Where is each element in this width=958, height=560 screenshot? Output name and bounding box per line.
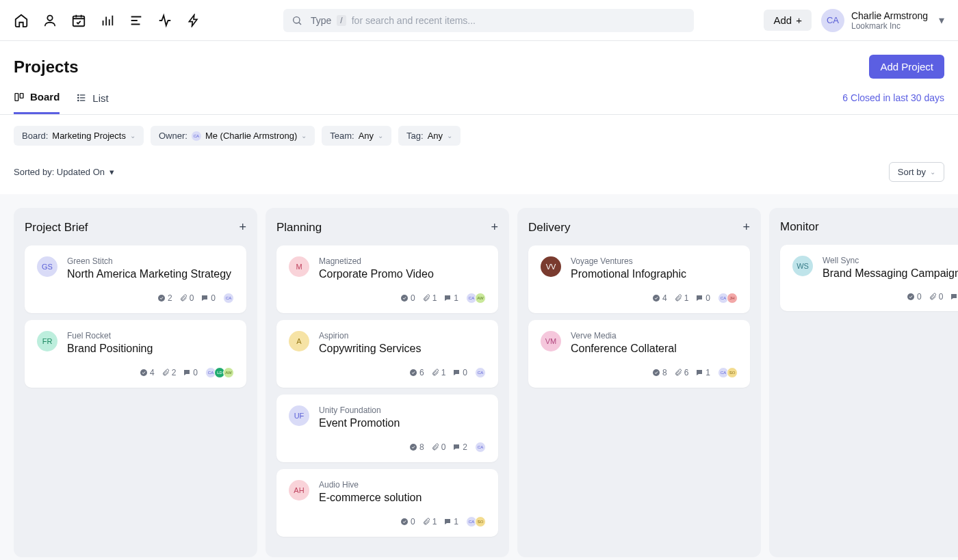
add-card-button[interactable]: + <box>239 220 246 235</box>
svg-rect-3 <box>15 93 18 101</box>
client-name: Voyage Ventures <box>571 256 686 266</box>
list-icon <box>76 92 87 103</box>
sorted-by-label[interactable]: Sorted by: Updated On ▾ <box>14 167 114 177</box>
assignee-group: CA <box>477 442 486 453</box>
project-title: Corporate Promo Video <box>319 268 434 280</box>
project-avatar: WS <box>792 256 813 276</box>
project-card[interactable]: AHAudio HiveE-commerce solution 0 1 1CAS… <box>276 469 498 537</box>
project-title: Conference Collateral <box>571 343 677 355</box>
add-button[interactable]: Add + <box>764 10 811 31</box>
activity-icon[interactable] <box>157 13 172 28</box>
project-card[interactable]: MMagnetizedCorporate Promo Video 0 1 1CA… <box>276 245 498 313</box>
calendar-check-icon[interactable] <box>71 13 86 28</box>
owner-avatar-icon: CA <box>192 131 201 141</box>
stat-files: 0 <box>179 293 194 303</box>
assignee-avatar: SO <box>475 516 486 527</box>
chevron-down-icon: ▾ <box>939 14 944 27</box>
add-project-button[interactable]: Add Project <box>869 55 944 79</box>
project-avatar: FR <box>37 331 57 351</box>
board-column: Delivery+VVVoyage VenturesPromotional In… <box>517 208 761 557</box>
add-button-label: Add <box>773 14 792 26</box>
svg-point-15 <box>653 369 660 376</box>
lines-icon[interactable] <box>129 13 144 28</box>
stat-comments: 0 <box>452 368 467 377</box>
project-card[interactable]: GSGreen StitchNorth America Marketing St… <box>25 245 246 313</box>
svg-point-6 <box>78 97 79 98</box>
filter-team[interactable]: Team: Any ⌄ <box>322 126 391 146</box>
stat-comments: 1 <box>443 517 458 526</box>
client-name: Verve Media <box>571 331 677 341</box>
card-footer: 4 1 0CAJH <box>541 293 738 304</box>
project-avatar: A <box>289 331 309 351</box>
svg-point-9 <box>140 369 147 376</box>
bolt-icon[interactable] <box>186 13 201 28</box>
stat-comments: 0 <box>695 293 710 303</box>
client-name: Fuel Rocket <box>67 331 153 341</box>
home-icon[interactable] <box>14 13 29 28</box>
project-card[interactable]: VMVerve MediaConference Collateral 8 6 1… <box>528 320 750 388</box>
search-bar[interactable]: Type / for search and recent items... <box>283 9 694 32</box>
svg-point-16 <box>907 293 914 300</box>
top-nav: Type / for search and recent items... Ad… <box>0 0 958 41</box>
assignee-group: CASO <box>720 367 738 378</box>
assignee-avatar: CA <box>223 293 234 304</box>
tab-board[interactable]: Board <box>14 91 60 114</box>
filter-board[interactable]: Board: Marketing Projects ⌄ <box>14 126 144 146</box>
chevron-down-icon: ⌄ <box>378 132 383 139</box>
project-avatar: VV <box>541 256 561 277</box>
svg-point-11 <box>410 369 417 376</box>
client-name: Unity Foundation <box>319 405 400 415</box>
nav-icon-group <box>14 13 201 28</box>
filter-owner[interactable]: Owner: CA Me (Charlie Armstrong) ⌄ <box>151 126 315 146</box>
svg-point-5 <box>78 94 79 95</box>
project-avatar: AH <box>289 480 309 501</box>
stat-tasks: 8 <box>652 368 667 377</box>
column-header: Delivery+ <box>528 220 750 235</box>
board-column: Project Brief+GSGreen StitchNorth Americ… <box>14 208 257 557</box>
closed-count-link[interactable]: 6 Closed in last 30 days <box>842 92 944 113</box>
project-card[interactable]: WSWell SyncBrand Messaging Campaign 0 0 … <box>780 245 958 311</box>
page-title: Projects <box>14 57 79 77</box>
project-card[interactable]: FRFuel RocketBrand Positioning 4 2 0CALD… <box>25 320 246 388</box>
project-title: Brand Messaging Campaign <box>823 267 958 280</box>
column-header: Monitor <box>780 220 958 234</box>
client-name: Well Sync <box>823 256 958 265</box>
add-card-button[interactable]: + <box>742 220 750 235</box>
card-footer: 0 0 0 <box>792 292 958 302</box>
search-slash-key: / <box>337 15 346 26</box>
add-card-button[interactable]: + <box>491 220 498 235</box>
project-card[interactable]: AAspirionCopywriting Services 6 1 0CA <box>276 320 498 388</box>
filter-bar: Board: Marketing Projects ⌄ Owner: CA Me… <box>0 115 958 146</box>
svg-point-8 <box>158 295 165 302</box>
person-icon[interactable] <box>42 13 57 28</box>
card-footer: 2 0 0CA <box>37 293 234 304</box>
assignee-avatar: CA <box>475 442 486 453</box>
card-footer: 0 1 1CASO <box>289 516 486 527</box>
assignee-group: CAAW <box>468 293 486 304</box>
card-footer: 8 0 2CA <box>289 442 486 453</box>
plus-icon: + <box>796 14 802 26</box>
search-type-label: Type <box>311 15 331 26</box>
svg-rect-4 <box>20 93 23 98</box>
stat-files: 2 <box>161 368 177 377</box>
assignee-avatar: AW <box>223 367 234 378</box>
stat-files: 0 <box>929 292 944 302</box>
filter-tag[interactable]: Tag: Any ⌄ <box>398 126 461 146</box>
project-card[interactable]: VVVoyage VenturesPromotional Infographic… <box>528 245 750 313</box>
search-placeholder: for search and recent items... <box>352 15 476 26</box>
client-name: Magnetized <box>319 256 434 266</box>
bars-icon[interactable] <box>100 13 115 28</box>
card-footer: 0 1 1CAAW <box>289 293 486 304</box>
stat-tasks: 4 <box>652 293 667 303</box>
user-menu[interactable]: CA Charlie Armstrong Lookmark Inc ▾ <box>821 9 944 32</box>
sort-by-button[interactable]: Sort by ⌄ <box>889 162 944 182</box>
top-right-group: Add + CA Charlie Armstrong Lookmark Inc … <box>764 9 944 32</box>
tab-list[interactable]: List <box>76 92 108 114</box>
stat-files: 1 <box>422 293 437 303</box>
svg-point-14 <box>653 295 660 302</box>
board-columns: Project Brief+GSGreen StitchNorth Americ… <box>14 208 958 557</box>
board-area: Project Brief+GSGreen StitchNorth Americ… <box>0 194 958 560</box>
project-card[interactable]: UFUnity FoundationEvent Promotion 8 0 2C… <box>276 395 498 462</box>
stat-tasks: 0 <box>400 517 415 526</box>
svg-point-12 <box>410 444 417 451</box>
